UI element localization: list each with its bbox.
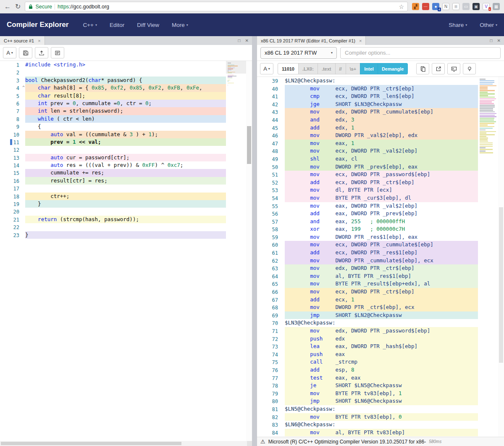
source-line[interactable]: 1#include <string.h> [0, 61, 252, 69]
assembly-line[interactable]: 42 jge SHORT $LN3@Checkpassw [257, 100, 504, 108]
assembly-line[interactable]: 45 add edx, 1 [257, 124, 504, 132]
assembly-line[interactable]: 81$LN5@Checkpassw: [257, 405, 504, 413]
template-button[interactable] [51, 47, 64, 58]
source-line[interactable]: 10 auto val = ((cummulate & 3 ) + 1); [0, 131, 252, 138]
close-tab-icon[interactable]: × [38, 38, 40, 43]
address-bar[interactable]: Secure https://gcc.godbolt.org ☆ [25, 2, 408, 11]
source-line[interactable]: 9 { [0, 123, 252, 130]
source-minimap[interactable] [226, 61, 246, 441]
assembly-line[interactable]: 72 push edx [257, 335, 504, 343]
extension-v-purple-icon[interactable]: V• [483, 3, 490, 10]
source-horizontal-scrollbar[interactable] [0, 441, 252, 446]
clipboard-button[interactable] [416, 63, 429, 74]
assembly-line[interactable]: 75 call _strcmp [257, 358, 504, 366]
assembly-line[interactable]: 83$LN6@Checkpassw: [257, 421, 504, 429]
assembly-line[interactable]: 52 add ecx, DWORD PTR _ctr$[ebp] [257, 179, 504, 187]
filter-intel-button[interactable]: Intel [360, 63, 378, 74]
source-line[interactable]: 23} [0, 231, 252, 239]
assembly-line[interactable]: 71 mov edx, DWORD PTR _password$[ebp] [257, 327, 504, 335]
assembly-line[interactable]: 73 lea eax, DWORD PTR _hash$[ebp] [257, 343, 504, 351]
assembly-line[interactable]: 78 je SHORT $LN5@Checkpassw [257, 382, 504, 390]
assembly-line[interactable]: 57 and eax, 255 ; 000000ffH [257, 218, 504, 226]
filter-lx0-button[interactable]: .LX0: [298, 63, 318, 74]
scrollbar-thumb[interactable] [1, 442, 181, 445]
assembly-line[interactable]: 49 shl eax, cl [257, 155, 504, 163]
assembly-line[interactable]: 40 mov ecx, DWORD PTR _ctr$[ebp] [257, 85, 504, 93]
nav-item-more[interactable]: More▾ [172, 22, 188, 28]
lightbulb-button[interactable] [463, 63, 476, 74]
source-line[interactable]: 14 auto res = (((val + prev)) & 0xFF) ^ … [0, 161, 252, 169]
source-line[interactable]: 7 int len = strlen(password); [0, 107, 252, 115]
source-line[interactable]: 8 while ( ctr < len) [0, 115, 252, 123]
extension-orange-monkey-icon[interactable]: ▞ [412, 3, 419, 10]
close-tab-icon[interactable]: × [359, 38, 362, 43]
tab-compiler-output[interactable]: x86 CL 19 2017 RTW (Editor #1, Compiler … [257, 36, 366, 45]
assembly-line[interactable]: 60 mov ecx, DWORD PTR _cummulate$[ebp] [257, 241, 504, 249]
assembly-line[interactable]: 62 mov DWORD PTR _cummulate$[ebp], ecx [257, 257, 504, 265]
assembly-minimap[interactable] [478, 77, 498, 437]
source-line[interactable]: 11 prev = 1 << val; [0, 138, 252, 146]
source-line[interactable]: 17 [0, 185, 252, 192]
extension-red-tool-icon[interactable]: ⋯ [422, 3, 429, 10]
save-button[interactable] [19, 47, 32, 58]
source-line[interactable]: 21 return (strcmp(hash, password)); [0, 216, 252, 223]
assembly-line[interactable]: 63 mov edx, DWORD PTR _ctr$[ebp] [257, 264, 504, 272]
source-line[interactable]: 2 [0, 69, 252, 76]
brand-title[interactable]: Compiler Explorer [7, 21, 68, 29]
assembly-line[interactable]: 39$LN2@Checkpassw: [257, 77, 504, 85]
assembly-line[interactable]: 59 mov DWORD PTR _res$1[ebp], eax [257, 233, 504, 241]
source-line[interactable]: 22 [0, 223, 252, 231]
load-button[interactable] [35, 47, 48, 58]
source-line[interactable]: 18 ctr++; [0, 193, 252, 200]
nav-item-other[interactable]: Other▾ [480, 22, 497, 28]
nav-item-diff-view[interactable]: Diff View [137, 22, 159, 28]
assembly-line[interactable]: 77 test eax, eax [257, 374, 504, 382]
assembly-line[interactable]: 68 mov DWORD PTR _ctr$[ebp], ecx [257, 303, 504, 311]
compiler-options-input[interactable] [340, 47, 501, 59]
assembly-line[interactable]: 53 mov dl, BYTE PTR [ecx] [257, 186, 504, 194]
close-pane-icon[interactable]: ✕ [497, 38, 501, 43]
source-line[interactable]: 5 char result[8]; [0, 92, 252, 100]
source-line[interactable]: 13 auto cur = password[ctr]; [0, 154, 252, 161]
filter-item-button[interactable]: // [335, 63, 346, 74]
extension-blue-profile-icon[interactable]: ●4 [432, 3, 439, 10]
fold-icon[interactable]: ^ [22, 84, 25, 92]
assembly-line[interactable]: 55 mov eax, DWORD PTR _val$2[ebp] [257, 202, 504, 210]
maximize-icon[interactable]: □ [238, 38, 241, 43]
assembly-line[interactable]: 51 mov ecx, DWORD PTR _password$[ebp] [257, 171, 504, 179]
assembly-line[interactable]: 64 mov al, BYTE PTR _res$1[ebp] [257, 272, 504, 280]
assembly-line[interactable]: 67 add ecx, 1 [257, 296, 504, 304]
extension-dark-box-icon[interactable]: ▣ [472, 3, 480, 10]
assembly-line[interactable]: 58 xor eax, 199 ; 000000c7H [257, 225, 504, 233]
reload-button[interactable]: ↻ [15, 3, 21, 11]
source-line[interactable]: 12 [0, 146, 252, 153]
assembly-line[interactable]: 43 mov edx, DWORD PTR _cummulate$[ebp] [257, 108, 504, 116]
compiler-select[interactable]: x86 CL 19 2017 RTW ▾ [260, 47, 337, 59]
source-line[interactable]: 16 result[ctr] = res; [0, 177, 252, 185]
nav-item-share[interactable]: Share▾ [449, 22, 467, 28]
source-vertical-scrollbar[interactable] [246, 61, 252, 441]
assembly-line[interactable]: 41 cmp ecx, DWORD PTR _len$[ebp] [257, 92, 504, 100]
filter-11010-button[interactable]: 11010 [278, 63, 299, 74]
source-editor[interactable]: 1#include <string.h>23bool Checkpassword… [0, 61, 252, 441]
maximize-icon[interactable]: □ [490, 38, 493, 43]
assembly-line[interactable]: 56 add eax, DWORD PTR _prev$[ebp] [257, 210, 504, 218]
source-line[interactable]: 6 int prev = 0, cummulate =0, ctr = 0; [0, 100, 252, 107]
assembly-line[interactable]: 70$LN3@Checkpassw: [257, 319, 504, 327]
close-pane-icon[interactable]: ✕ [245, 38, 249, 43]
filter-s-button[interactable]: \s+ [346, 63, 361, 74]
assembly-editor[interactable]: 39$LN2@Checkpassw:40 mov ecx, DWORD PTR … [257, 77, 504, 437]
filter-demangle-button[interactable]: Demangle [378, 63, 408, 74]
assembly-line[interactable]: 69 jmp SHORT $LN2@Checkpassw [257, 311, 504, 319]
minimap-slider[interactable] [226, 61, 246, 74]
assembly-line[interactable]: 46 mov DWORD PTR _val$2[ebp], edx [257, 132, 504, 140]
scrollbar-thumb[interactable] [247, 126, 251, 164]
extension-document-icon[interactable]: ≣ [452, 3, 459, 10]
assembly-line[interactable]: 47 mov eax, 1 [257, 140, 504, 148]
assembly-line[interactable]: 48 mov ecx, DWORD PTR _val$2[ebp] [257, 147, 504, 155]
assembly-line[interactable]: 76 add esp, 8 [257, 366, 504, 374]
assembly-line[interactable]: 44 and edx, 3 [257, 116, 504, 124]
console-button[interactable] [447, 63, 460, 74]
extension-gray-tool-icon[interactable]: ▭ [462, 3, 470, 10]
source-line[interactable]: 20 [0, 208, 252, 215]
